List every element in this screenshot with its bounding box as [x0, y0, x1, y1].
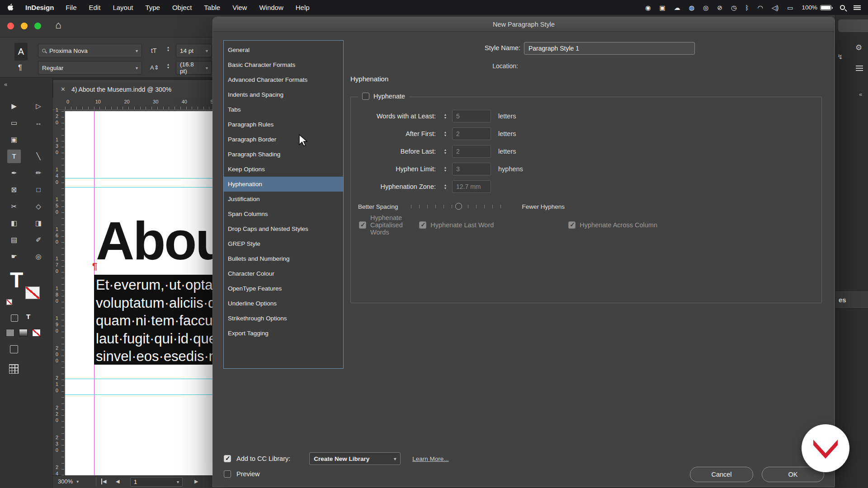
- style-category-item[interactable]: Paragraph Rules: [224, 117, 343, 132]
- selection-tool-icon[interactable]: ▶: [7, 99, 21, 113]
- document-heading-text[interactable]: Abou: [96, 210, 226, 272]
- preview-checkbox[interactable]: [224, 470, 231, 478]
- menu-list-icon[interactable]: [854, 5, 861, 10]
- style-category-item[interactable]: Paragraph Shading: [224, 147, 343, 162]
- menu-item[interactable]: Layout: [113, 4, 133, 11]
- hyphenate-checkbox[interactable]: [362, 93, 369, 100]
- panel-menu-icon[interactable]: [856, 66, 863, 71]
- zoom-tool-icon[interactable]: ◎: [32, 250, 45, 263]
- type-tool-icon[interactable]: T: [7, 150, 21, 163]
- stroke-none-swatch-icon[interactable]: [6, 299, 12, 305]
- close-window-button[interactable]: [7, 23, 14, 29]
- content-placer-tool-icon[interactable]: [32, 133, 45, 146]
- style-category-item[interactable]: Character Colour: [224, 266, 343, 281]
- style-category-item[interactable]: Hyphenation: [224, 177, 343, 192]
- app-toolbar-field[interactable]: [838, 19, 868, 32]
- field-stepper[interactable]: [442, 148, 448, 155]
- style-category-item[interactable]: Drop Caps and Nested Styles: [224, 221, 343, 236]
- menu-item[interactable]: Table: [204, 4, 220, 11]
- field-input[interactable]: 12.7 mm: [452, 180, 491, 193]
- app-menu-indesign[interactable]: InDesign: [25, 4, 54, 11]
- style-category-item[interactable]: Bullets and Numbering: [224, 251, 343, 266]
- font-family-select[interactable]: Proxima Nova ▾: [38, 44, 142, 57]
- gradient-feather-tool-icon[interactable]: ◨: [32, 216, 45, 230]
- recording-badge[interactable]: [802, 424, 849, 472]
- screen-record-icon[interactable]: ◉: [645, 4, 651, 11]
- view-options-icon[interactable]: [10, 345, 18, 353]
- field-input[interactable]: 5: [452, 110, 491, 122]
- spotlight-search-icon[interactable]: [840, 5, 845, 10]
- character-formatting-icon[interactable]: A: [14, 43, 28, 61]
- rectangle-frame-tool-icon[interactable]: ⊠: [7, 183, 21, 197]
- eyedropper-tool-icon[interactable]: ✐: [32, 233, 45, 247]
- target-app-icon[interactable]: ◎: [703, 4, 708, 11]
- style-category-item[interactable]: Export Tagging: [224, 326, 343, 341]
- formatting-affects-container-icon[interactable]: [11, 314, 18, 322]
- cloud-icon[interactable]: ☁: [674, 4, 680, 11]
- option-checkbox[interactable]: [419, 221, 426, 229]
- vertical-ruler[interactable]: 120130140150160170180190200210220230240: [52, 110, 65, 475]
- minimize-window-button[interactable]: [21, 23, 28, 29]
- menu-item[interactable]: Help: [296, 4, 310, 11]
- next-page-icon[interactable]: ▶: [194, 479, 198, 484]
- style-name-input[interactable]: Paragraph Style 1: [524, 42, 695, 55]
- menu-item[interactable]: View: [232, 4, 247, 11]
- pencil-tool-icon[interactable]: ✏: [32, 166, 45, 180]
- option-checkbox[interactable]: [359, 221, 366, 229]
- dropbox-icon[interactable]: ▣: [660, 4, 665, 11]
- field-stepper[interactable]: [442, 131, 448, 137]
- learn-more-link[interactable]: Learn More...: [412, 455, 448, 462]
- page-tool-icon[interactable]: ▭: [7, 116, 21, 130]
- style-category-item[interactable]: General: [224, 42, 343, 57]
- style-category-item[interactable]: Tabs: [224, 102, 343, 117]
- close-icon[interactable]: ✕: [61, 86, 66, 93]
- field-input[interactable]: 2: [452, 127, 491, 140]
- style-category-item[interactable]: Keep Options: [224, 162, 343, 177]
- field-stepper[interactable]: [442, 113, 448, 119]
- menu-item[interactable]: File: [66, 4, 76, 11]
- style-category-item[interactable]: OpenType Features: [224, 281, 343, 296]
- apply-color-swatch[interactable]: [6, 329, 14, 337]
- hand-tool-icon[interactable]: ☛: [7, 250, 21, 263]
- leading-stepper[interactable]: [165, 63, 171, 69]
- document-tab[interactable]: ✕ 4) About the Museum.indd @ 300%: [53, 80, 212, 98]
- first-page-icon[interactable]: ◀: [101, 479, 106, 484]
- home-icon[interactable]: ⌂: [55, 19, 61, 31]
- time-machine-icon[interactable]: ◷: [731, 4, 736, 11]
- browser-icon[interactable]: ◍: [689, 4, 694, 11]
- style-category-item[interactable]: Span Columns: [224, 206, 343, 221]
- leading-select[interactable]: (16.8 pt) ▾: [176, 61, 212, 75]
- font-size-stepper[interactable]: [165, 46, 171, 52]
- gap-tool-icon[interactable]: ↔: [32, 116, 45, 130]
- field-stepper[interactable]: [442, 183, 448, 190]
- style-category-item[interactable]: Underline Options: [224, 296, 343, 311]
- style-category-item[interactable]: Advanced Character Formats: [224, 72, 343, 87]
- none-swatch-icon[interactable]: [25, 286, 40, 299]
- volume-icon[interactable]: ◁): [772, 4, 778, 11]
- display-icon[interactable]: ▭: [787, 4, 793, 11]
- paragraph-formatting-icon[interactable]: ¶: [18, 64, 22, 72]
- page-number-select[interactable]: 1 ▾: [130, 477, 183, 487]
- bluetooth-icon[interactable]: ᛒ: [745, 4, 749, 11]
- zoom-window-button[interactable]: [34, 23, 41, 29]
- rectangle-tool-icon[interactable]: □: [32, 183, 45, 197]
- dnd-icon[interactable]: ⊘: [717, 4, 722, 11]
- slider-knob[interactable]: [455, 203, 462, 210]
- line-tool-icon[interactable]: ╲: [32, 150, 45, 163]
- previous-page-icon[interactable]: ◀: [116, 479, 119, 484]
- font-style-select[interactable]: Regular ▾: [38, 61, 142, 75]
- gear-icon[interactable]: ⚙: [855, 43, 862, 52]
- field-input[interactable]: 2: [452, 145, 491, 158]
- menu-item[interactable]: Window: [259, 4, 283, 11]
- style-category-item[interactable]: Basic Character Formats: [224, 57, 343, 72]
- style-category-item[interactable]: Paragraph Border: [224, 132, 343, 147]
- style-category-item[interactable]: Indents and Spacing: [224, 87, 343, 102]
- style-category-item[interactable]: Strikethrough Options: [224, 311, 343, 326]
- style-category-item[interactable]: GREP Style: [224, 236, 343, 251]
- field-stepper[interactable]: [442, 166, 448, 172]
- docked-panel-tab[interactable]: es: [835, 291, 868, 308]
- font-size-select[interactable]: 14 pt ▾: [176, 44, 212, 57]
- screen-mode-icon[interactable]: [9, 364, 19, 374]
- scissors-tool-icon[interactable]: ✂: [7, 200, 21, 213]
- formatting-affects-text-toggle-icon[interactable]: T: [26, 313, 30, 320]
